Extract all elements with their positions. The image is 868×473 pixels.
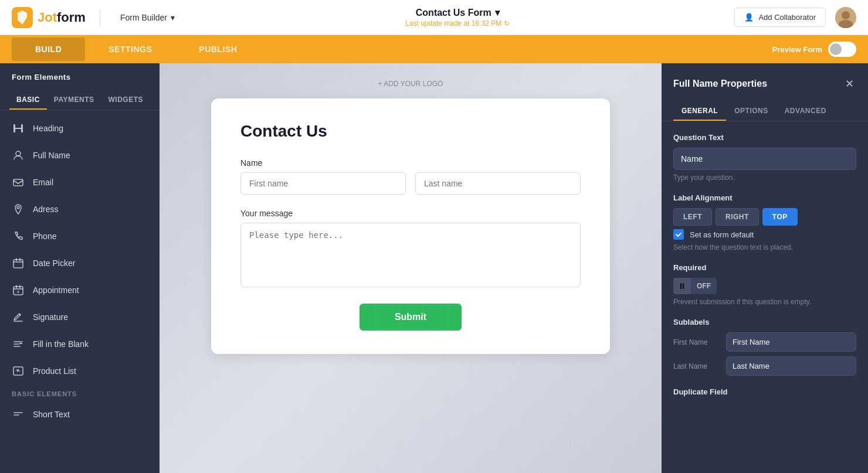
align-top-button[interactable]: TOP [762,208,798,226]
sidebar-tab-widgets[interactable]: WIDGETS [101,91,151,110]
svg-point-12 [18,291,19,293]
name-input-row [240,172,581,195]
phone-label: Phone [33,232,56,241]
add-collaborator-button[interactable]: 👤 Add Collaborator [734,8,826,27]
sidebar-item-address[interactable]: Adress [0,196,160,223]
question-text-input[interactable] [673,148,856,170]
label-alignment-section: Label Alignment LEFT RIGHT TOP Set as fo… [673,193,856,251]
form-title-chevron: ▾ [495,7,500,18]
sidebar-item-heading[interactable]: Heading [0,115,160,142]
toggle-knob [830,43,842,55]
sidebar-item-fill-blank[interactable]: Fill in the Blank [0,331,160,358]
required-toggle[interactable]: ⏸ OFF [673,278,717,294]
sublabels-title: Sublabels [673,318,856,326]
preview-toggle-area: Preview Form [772,42,856,57]
sidebar-header: Form Elements [0,63,160,91]
align-buttons: LEFT RIGHT TOP [673,208,856,226]
right-panel: Full Name Properties ✕ GENERAL OPTIONS A… [662,63,868,473]
close-panel-button[interactable]: ✕ [843,75,856,93]
email-icon [12,176,25,189]
sublabel-input-lastname[interactable] [726,356,856,376]
address-icon [12,203,25,216]
logo-text: Jotform [38,10,86,25]
nav-divider [100,9,100,26]
required-section: Required ⏸ OFF Prevent submission if thi… [673,263,856,306]
sidebar-item-email[interactable]: Email [0,169,160,196]
fill-blank-icon [12,338,25,351]
sidebar-tab-basic[interactable]: BASIC [9,91,47,110]
sidebar-item-date-picker[interactable]: Date Picker [0,250,160,277]
sidebar-tabs: BASIC PAYMENTS WIDGETS [0,91,160,110]
sublabel-row-firstname: First Name [673,332,856,352]
right-panel-body: Question Text Type your question. Label … [662,121,868,473]
right-panel-header: Full Name Properties ✕ [662,63,868,93]
jotform-logo-icon [12,7,33,28]
sublabel-key-firstname: First Name [673,338,720,346]
name-label: Name [240,158,581,168]
appointment-icon [12,284,25,297]
sublabel-input-firstname[interactable] [726,332,856,352]
rp-tab-options[interactable]: OPTIONS [726,102,777,121]
sidebar-item-product-list[interactable]: Product List [0,358,160,384]
sublabel-row-lastname: Last Name [673,356,856,376]
appointment-label: Appointment [33,285,79,295]
last-name-input[interactable] [415,172,581,195]
svg-rect-13 [19,343,22,344]
required-toggle-label: OFF [691,278,717,294]
last-update: Last update made at 16:32 PM ↻ [190,19,725,28]
form-builder-chevron: ▾ [171,13,175,22]
question-text-hint: Type your question. [673,173,856,182]
short-text-icon [12,408,25,421]
rp-tab-advanced[interactable]: ADVANCED [777,102,835,121]
main-area: Form Elements BASIC PAYMENTS WIDGETS Hea… [0,63,868,473]
question-text-section: Question Text Type your question. [673,133,856,182]
full-name-label: Full Name [33,151,70,160]
sidebar-item-phone[interactable]: Phone [0,223,160,250]
avatar[interactable] [835,7,856,28]
svg-rect-14 [13,367,23,375]
address-label: Adress [33,205,59,214]
svg-rect-10 [13,260,23,268]
add-logo-bar[interactable]: + ADD YOUR LOGO [211,75,610,93]
required-toggle-icon: ⏸ [673,278,691,294]
rp-tab-general[interactable]: GENERAL [673,102,726,121]
set-default-checkbox[interactable] [673,229,684,240]
heading-icon [12,122,25,135]
align-right-button[interactable]: RIGHT [716,208,759,226]
refresh-icon: ↻ [504,19,510,28]
tab-publish[interactable]: PUBLISH [175,38,260,61]
form-title: Contact Us Form ▾ [190,7,725,18]
top-nav: Jotform Form Builder ▾ Contact Us Form ▾… [0,0,868,35]
sidebar-item-signature[interactable]: Signature [0,304,160,331]
set-default-label: Set as form default [690,230,754,239]
required-title: Required [673,263,856,272]
svg-point-2 [842,11,850,19]
tab-build[interactable]: BUILD [12,38,85,61]
preview-toggle-switch[interactable] [828,42,856,57]
first-name-input[interactable] [240,172,406,195]
left-sidebar: Form Elements BASIC PAYMENTS WIDGETS Hea… [0,63,160,473]
align-left-button[interactable]: LEFT [673,208,712,226]
tab-settings[interactable]: SETTINGS [85,38,175,61]
signature-label: Signature [33,312,68,322]
message-field-group: Your message [240,209,581,290]
message-textarea[interactable] [240,223,581,287]
submit-button[interactable]: Submit [360,304,462,331]
tab-bar: BUILD SETTINGS PUBLISH Preview Form [0,35,868,63]
sidebar-item-short-text[interactable]: Short Text [0,401,160,428]
sidebar-item-full-name[interactable]: Full Name [0,142,160,169]
full-name-icon [12,149,25,162]
sidebar-item-appointment[interactable]: Appointment [0,277,160,304]
svg-rect-8 [13,179,23,186]
email-label: Email [33,178,53,187]
fill-blank-label: Fill in the Blank [33,339,89,349]
duplicate-title: Duplicate Field [673,387,856,396]
form-card: Contact Us Name Your message Submit [211,98,610,354]
form-builder-button[interactable]: Form Builder ▾ [114,9,181,26]
product-list-label: Product List [33,366,76,376]
center-title-area: Contact Us Form ▾ Last update made at 16… [190,7,725,28]
person-icon: 👤 [744,13,754,22]
product-list-icon [12,365,25,377]
right-panel-tabs: GENERAL OPTIONS ADVANCED [662,102,868,121]
sidebar-tab-payments[interactable]: PAYMENTS [47,91,101,110]
